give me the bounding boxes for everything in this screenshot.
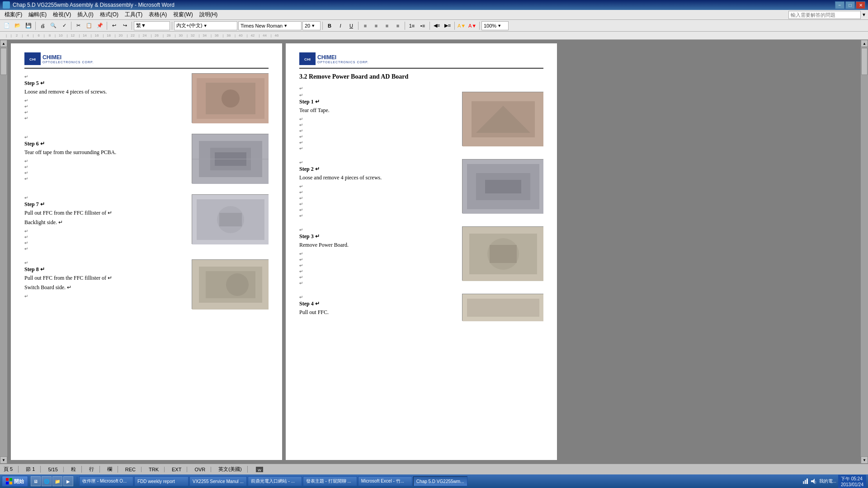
redo-button[interactable]: ↪ [120, 21, 130, 30]
close-button[interactable]: ✕ [856, 1, 865, 9]
menu-edit[interactable]: 編輯(E) [26, 10, 49, 19]
right-logo-icon: CHI [299, 52, 316, 65]
left-scrollbar[interactable]: ▲ ▼ [0, 40, 7, 464]
font-name-dropdown[interactable]: Times New Roman ▼ [238, 21, 302, 30]
menu-help[interactable]: 說明(H) [197, 10, 221, 19]
svg-text:W: W [258, 468, 261, 472]
menu-window[interactable]: 視窗(W) [170, 10, 195, 19]
highlight-button[interactable]: A▼ [457, 21, 467, 30]
folder-icon[interactable]: 📁 [52, 476, 62, 486]
system-tray-icons: 我的電... [819, 478, 836, 484]
menu-table[interactable]: 表格(A) [146, 10, 170, 19]
italic-button[interactable]: I [335, 21, 345, 30]
zoom-dropdown[interactable]: 100% ▼ [481, 21, 509, 30]
spell-button[interactable]: ✓ [59, 21, 69, 30]
left-logo-icon: CHI [24, 52, 41, 65]
taskbar-word-active[interactable]: Chap 5.D VG2255wm... [413, 476, 467, 486]
taskbar-forum[interactable]: 發表主題 - 打屁閒聊 ... [303, 476, 357, 486]
status-bar: 頁 5 節 1 5/15 粒 行 欄 REC TRK EXT OVR 英文(美國… [0, 464, 868, 474]
status-rec-label: REC [125, 467, 136, 472]
menu-file[interactable]: 檔案(F) [2, 10, 25, 19]
right-step1-image-svg [462, 92, 543, 146]
toolbar-separator-11 [479, 22, 480, 30]
menu-tools[interactable]: 工具(T) [122, 10, 145, 19]
preview-button[interactable]: 🔍 [48, 21, 58, 30]
left-logo-area: CHI CHIMEI OPTOELECTRONICS CORP. [24, 52, 269, 69]
outdent-button[interactable]: ◀≡ [432, 21, 442, 30]
start-button[interactable]: 開始 [2, 476, 28, 487]
scroll-track[interactable] [0, 47, 7, 456]
underline-button[interactable]: U [346, 21, 356, 30]
taskbar-forum-label: 發表主題 - 打屁閒聊 ... [306, 478, 351, 484]
toolbar-separator-1 [35, 22, 36, 30]
menu-format[interactable]: 格式(O) [97, 10, 121, 19]
cut-button[interactable]: ✂ [73, 21, 83, 30]
copy-button[interactable]: 📋 [84, 21, 94, 30]
undo-button[interactable]: ↩ [109, 21, 119, 30]
right-scrollbar[interactable]: ▲ ▼ [861, 40, 868, 464]
search-arrow-icon: ▼ [862, 12, 866, 17]
title-bar-left: Chap 5.D VG2255wmb Assembly & Dissassemb… [3, 1, 175, 9]
save-button[interactable]: 💾 [24, 21, 33, 30]
svg-marker-44 [811, 479, 815, 484]
print-button[interactable]: 🖨 [38, 21, 47, 30]
bold-button[interactable]: B [325, 21, 335, 30]
scroll-down-button[interactable]: ▼ [0, 456, 7, 464]
left-logo-text: CHIMEI OPTOELECTRONICS CORP. [42, 54, 94, 64]
status-trk: TRK [149, 467, 165, 472]
toolbar-separator-8 [405, 22, 405, 30]
style-dropdown[interactable]: 繁▼ [134, 21, 170, 30]
toolbar-separator-10 [454, 22, 455, 30]
font-color-button[interactable]: A▼ [467, 21, 477, 30]
maximize-button[interactable]: □ [845, 1, 855, 9]
search-area: ▼ [788, 11, 866, 19]
menu-insert[interactable]: 插入(I) [75, 10, 96, 19]
taskbar-outlook[interactable]: 收件匣 - Microsoft O... [79, 476, 133, 486]
scroll-up-button[interactable]: ▲ [0, 40, 7, 47]
toolbar-separator-2 [71, 22, 71, 30]
help-search-input[interactable] [788, 11, 861, 19]
section-title: 3.2 Remove Power Board and AD Board [299, 73, 543, 80]
justify-button[interactable]: ≡ [393, 21, 403, 30]
align-center-button[interactable]: ≡ [371, 21, 381, 30]
media-icon[interactable]: ▶ [63, 476, 73, 486]
pages-row: CHI CHIMEI OPTOELECTRONICS CORP. [11, 43, 857, 460]
style-label: 繁▼ [136, 22, 146, 29]
ie-icon[interactable]: 🌐 [42, 476, 52, 486]
lang-dropdown[interactable]: 內文+(中文) ▼ [174, 21, 237, 30]
bullets-button[interactable]: •≡ [418, 21, 428, 30]
right-scroll-track[interactable] [861, 47, 868, 456]
step5-image-svg [192, 74, 269, 123]
status-blank1-label: 粒 [71, 466, 76, 473]
minimize-button[interactable]: − [835, 1, 844, 9]
font-size-dropdown[interactable]: 20 ▼ [302, 21, 321, 30]
right-scroll-down-button[interactable]: ▼ [861, 456, 868, 464]
window-controls[interactable]: − □ ✕ [835, 1, 865, 9]
step5-desc-text: Loose and remove 4 pieces of screws. [24, 89, 107, 95]
rs1-para-7: ↵ [299, 146, 543, 151]
taskbar-fdd[interactable]: FDD weekly report [134, 476, 189, 486]
right-scroll-up-button[interactable]: ▲ [861, 40, 868, 47]
taskbar-vx2255[interactable]: VX2255 Service Manul ... [189, 476, 247, 486]
align-right-button[interactable]: ≡ [382, 21, 392, 30]
start-label: 開始 [14, 478, 24, 485]
toolbar-separator-5 [172, 22, 172, 30]
open-button[interactable]: 📂 [13, 21, 23, 30]
right-logo-box: CHI CHIMEI OPTOELECTRONICS CORP. [299, 52, 369, 65]
right-scroll-thumb[interactable] [861, 48, 868, 75]
toolbar-separator-6 [322, 22, 323, 30]
desktop-icon[interactable]: 🖥 [31, 476, 41, 486]
taskbar-website[interactable]: 前鼎光電入口網站 - ... [248, 476, 302, 486]
taskbar-excel[interactable]: Microsoft Excel - 竹... [358, 476, 412, 486]
scroll-thumb[interactable] [0, 48, 7, 75]
numbering-button[interactable]: 1≡ [407, 21, 417, 30]
menu-view[interactable]: 檢視(V) [50, 10, 74, 19]
new-button[interactable]: 📄 [2, 21, 12, 30]
align-left-button[interactable]: ≡ [360, 21, 370, 30]
status-lang-label: 英文(美國) [218, 466, 241, 473]
svg-rect-38 [6, 482, 9, 484]
paste-button[interactable]: 📌 [95, 21, 105, 30]
status-row: 行 [89, 466, 100, 473]
step7-image [192, 194, 269, 244]
indent-button[interactable]: ▶≡ [443, 21, 453, 30]
